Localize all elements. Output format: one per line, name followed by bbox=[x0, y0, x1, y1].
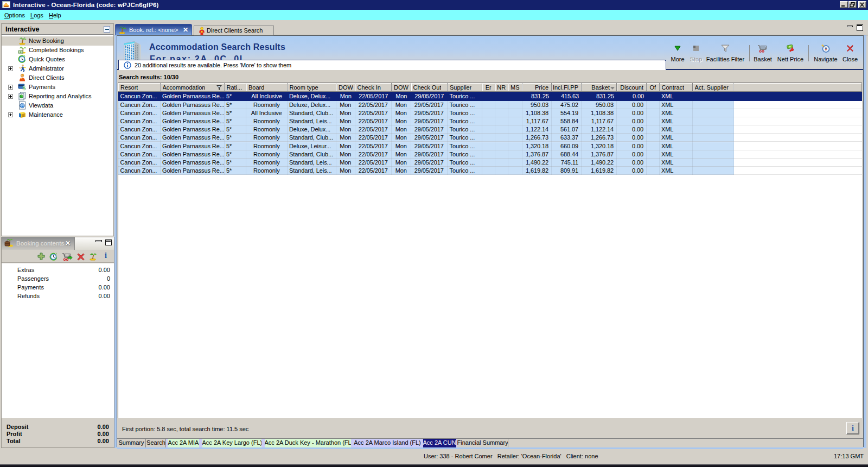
svg-text:$: $ bbox=[23, 84, 26, 91]
